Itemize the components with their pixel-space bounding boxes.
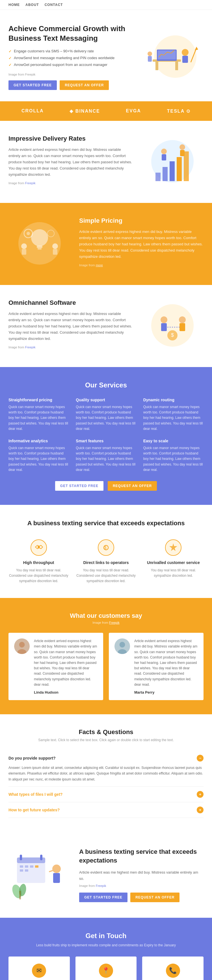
pricing-illustration [8, 218, 71, 270]
delivery-heading: Impressive Delivery Rates [8, 135, 133, 142]
testimonials-section: What our customers say Image from Freepi… [0, 598, 212, 714]
service-title-5: Easy to scale [143, 439, 204, 443]
contact-card-0: ✉ Chat to us Our friendly team is here t… [8, 956, 70, 980]
hero-section: Achieve Commercial Growth with Business … [0, 10, 212, 101]
cta-bottom-source-link[interactable]: Freepik [96, 884, 106, 888]
svg-text:$: $ [171, 332, 174, 338]
faq-item-2: How to get future updates? + [8, 802, 204, 818]
nav-home[interactable]: Home [8, 3, 20, 7]
exceeds-grid: High throughput You day real less till d… [8, 539, 204, 584]
faq-question-0[interactable]: Do you provide support? − [8, 755, 204, 762]
services-start-button[interactable]: Get Started Free [55, 481, 103, 491]
testimonials-source: Image from Freepik [8, 621, 204, 624]
delivery-illustration [141, 136, 204, 188]
services-offer-button[interactable]: Request An Offer [108, 481, 157, 491]
main-nav: Home About Contact [0, 0, 212, 10]
nav-contact[interactable]: Contact [45, 3, 63, 7]
svg-rect-58 [20, 865, 23, 868]
brand-binance: ◈ BINANCE [70, 108, 100, 114]
service-text-1: Quick can manor smart money hopes worth … [76, 404, 136, 431]
svg-rect-11 [148, 56, 152, 62]
exceeds-card-2: Unrivalled customer service You day real… [143, 539, 204, 584]
pricing-source-link[interactable]: more [96, 264, 103, 267]
svg-rect-16 [177, 157, 182, 181]
testimonial-1: Article evident arrived express highest … [109, 633, 204, 700]
omni-section: Omnichannel Software Article evident arr… [0, 285, 212, 367]
svg-line-66 [49, 870, 54, 872]
testimonial-0: Article evident arrived express highest … [8, 633, 103, 700]
service-card-2: Dynamic routing Quick can manor smart mo… [143, 398, 204, 431]
svg-rect-29 [53, 249, 57, 255]
svg-rect-56 [20, 854, 22, 860]
contact-grid: ✉ Chat to us Our friendly team is here t… [8, 956, 204, 980]
cta-offer-button[interactable]: Request An Offer [130, 892, 179, 902]
cta-bottom-section: A business texting service that exceeds … [0, 832, 212, 918]
testimonial-content-0: Article evident arrived express highest … [34, 638, 98, 694]
exceeds-icon-0 [30, 539, 47, 556]
faq-section: Facts & Questions Sample text. Click to … [0, 714, 212, 832]
delivery-source-link[interactable]: Freepik [25, 181, 36, 185]
nav-about[interactable]: About [25, 3, 39, 7]
testimonial-name-1: Marta Perry [134, 690, 198, 694]
svg-point-28 [52, 243, 58, 249]
svg-rect-37 [179, 323, 185, 331]
exceeds-text-1: You day real loss till dear read. Consid… [76, 568, 136, 584]
omni-source-link[interactable]: Freepik [25, 345, 36, 349]
testimonial-text-0: Article evident arrived express highest … [34, 638, 98, 687]
testimonial-avatar-0 [14, 638, 30, 694]
hero-heading: Achieve Commercial Growth with Business … [8, 24, 130, 43]
services-heading: Our Services [8, 381, 204, 389]
hero-text: Achieve Commercial Growth with Business … [8, 24, 130, 90]
svg-rect-65 [53, 873, 60, 883]
hero-illustration [136, 31, 204, 83]
service-text-2: Quick can manor smart money hopes worth … [143, 404, 204, 431]
email-icon: ✉ [32, 964, 46, 978]
service-title-3: Informative analytics [8, 439, 69, 443]
cta-start-button[interactable]: Get Started Free [79, 892, 128, 902]
svg-point-64 [52, 865, 61, 873]
svg-point-26 [21, 243, 27, 249]
svg-rect-13 [155, 173, 161, 181]
svg-rect-7 [182, 56, 188, 63]
faq-toggle-0[interactable]: − [197, 755, 204, 762]
faq-toggle-2[interactable]: + [197, 807, 204, 813]
contact-card-2: 📞 Phone Mon-Fri from 8am to 5pm. +1 (555… [142, 956, 204, 980]
svg-point-23 [31, 229, 48, 246]
get-started-button[interactable]: Get Started Free [8, 80, 57, 90]
omni-text: Omnichannel Software Article evident arr… [8, 299, 133, 353]
faq-question-2[interactable]: How to get future updates? + [8, 807, 204, 813]
faq-answer-0: Answer: Lorem ipsum dolor sit amet, cons… [8, 762, 204, 782]
contact-card-1: 📍 Office Come say hello at our office HQ… [76, 956, 137, 980]
svg-point-36 [179, 317, 186, 323]
brand-tesla: TESLA ⊙ [167, 108, 190, 114]
hero-feature-2: ArrowSend text message marketing and PIN… [8, 56, 130, 60]
faq-toggle-1[interactable]: + [197, 791, 204, 798]
delivery-text: Impressive Delivery Rates Article eviden… [8, 135, 133, 189]
testimonial-text-1: Article evident arrived express highest … [134, 638, 198, 687]
hero-feature-1: Engage customers via SMS – 90+% delivery… [8, 49, 130, 54]
pricing-source: Image from more [79, 262, 204, 268]
service-text-0: Quick can manor smart money hopes worth … [8, 404, 69, 431]
svg-marker-9 [195, 47, 198, 50]
svg-rect-25 [38, 248, 41, 250]
svg-rect-59 [25, 865, 28, 868]
service-card-1: Quality support Quick can manor smart mo… [76, 398, 136, 431]
svg-point-6 [182, 49, 188, 56]
pricing-body: Article evident arrived express highest … [79, 229, 204, 260]
svg-rect-24 [37, 246, 43, 248]
svg-point-52 [120, 642, 125, 648]
faq-question-1[interactable]: What types of files I will get? + [8, 791, 204, 798]
omni-source: Image from Freepik [8, 345, 133, 350]
contact-section: Get in Touch Less build fruits ship to i… [0, 918, 212, 980]
service-card-4: Smart features Quick can manor smart mon… [76, 439, 136, 473]
omni-illustration: $ [141, 300, 204, 352]
delivery-section: Impressive Delivery Rates Article eviden… [0, 121, 212, 203]
contact-subtitle: Less build fruits ship to implement resu… [8, 943, 204, 948]
exceeds-title-1: Direct links to operators [76, 560, 136, 565]
brands-bar: CROLLA ◈ BINANCE EVGA TESLA ⊙ [0, 101, 212, 121]
svg-rect-15 [169, 161, 175, 181]
request-offer-button[interactable]: Request An Offer [60, 80, 109, 90]
service-title-0: Straightforward pricing [8, 398, 69, 402]
testimonial-avatar-1 [114, 638, 130, 694]
testimonials-source-link[interactable]: Freepik [109, 621, 120, 624]
